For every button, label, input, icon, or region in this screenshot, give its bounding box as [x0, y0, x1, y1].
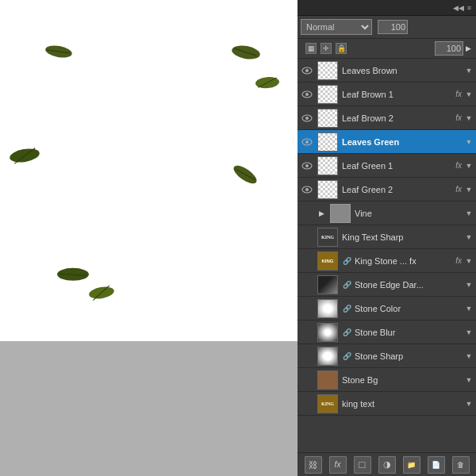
panel-title-icons: ◀◀ ≡	[453, 4, 471, 12]
group-expand-icon-7[interactable]: ▶	[315, 207, 328, 220]
eye-icon-10[interactable]	[299, 277, 315, 293]
eye-icon-11[interactable]	[299, 301, 315, 317]
layer-dropdown-icon-9[interactable]: ▼	[463, 255, 474, 267]
layer-thumb-1	[317, 61, 338, 80]
layer-item-6[interactable]: Leaf Green 2fx▼	[298, 178, 476, 202]
layer-name-15: king text	[340, 399, 463, 409]
lock-pixels-button[interactable]: ▦	[305, 43, 317, 54]
lock-all-button[interactable]: 🔒	[336, 43, 347, 54]
layer-name-13: Stone Sharp	[353, 351, 463, 361]
eye-icon-1[interactable]	[299, 63, 315, 79]
lock-position-button[interactable]: ✛	[321, 43, 332, 54]
fill-input[interactable]	[435, 41, 463, 56]
blend-mode-select[interactable]: Normal	[301, 19, 372, 35]
layer-name-12: Stone Blur	[353, 328, 463, 337]
folder-button[interactable]: 📁	[403, 456, 420, 474]
link-icon-10: 🔗	[340, 278, 353, 291]
layer-name-9: King Stone ... fx	[353, 256, 455, 266]
layer-dropdown-icon-13[interactable]: ▼	[463, 351, 474, 362]
link-icon-12: 🔗	[340, 326, 353, 339]
panel-title-bar: ◀◀ ≡	[298, 0, 476, 16]
layer-name-14: Stone Bg	[340, 375, 463, 385]
layers-panel: ◀◀ ≡ Normal ▦ ✛ 🔒 ▶	[298, 0, 476, 476]
layer-dropdown-icon-15[interactable]: ▼	[463, 398, 474, 409]
layer-name-2: Leaf Brown 1	[340, 90, 455, 99]
layer-name-8: King Text Sharp	[340, 232, 463, 242]
eye-icon-5[interactable]	[299, 158, 315, 174]
layer-thumb-9: KING	[317, 251, 338, 271]
layer-item-11[interactable]: 🔗Stone Color▼	[298, 297, 476, 321]
layer-thumb-10	[317, 275, 338, 294]
layer-dropdown-icon-11[interactable]: ▼	[463, 303, 474, 314]
layer-item-10[interactable]: 🔗Stone Edge Dar...▼	[298, 273, 476, 297]
layer-list[interactable]: Leaves Brown▼Leaf Brown 1fx▼Leaf Brown 2…	[298, 59, 476, 452]
fill-arrow-icon[interactable]: ▶	[466, 44, 471, 52]
eye-icon-9[interactable]	[299, 253, 315, 269]
fx-badge-9: fx	[455, 256, 462, 265]
fx-button[interactable]: fx	[329, 456, 347, 474]
layer-thumb-5	[317, 156, 338, 175]
layer-name-6: Leaf Green 2	[340, 185, 455, 194]
eye-icon-3[interactable]	[299, 110, 315, 126]
layer-dropdown-icon-4[interactable]: ▼	[463, 136, 474, 148]
layer-item-1[interactable]: Leaves Brown▼	[298, 59, 476, 83]
layer-item-5[interactable]: Leaf Green 1fx▼	[298, 154, 476, 178]
new-layer-button[interactable]: 📄	[428, 456, 445, 474]
layer-item-7[interactable]: ▶Vine▼	[298, 202, 476, 225]
svg-point-17	[305, 93, 309, 96]
lock-row: ▦ ✛ 🔒 ▶	[298, 39, 476, 59]
eye-icon-4[interactable]	[299, 134, 315, 150]
fill-section: ▶	[432, 41, 471, 56]
layer-item-4[interactable]: Leaves Green▼	[298, 130, 476, 154]
layer-thumb-12	[317, 323, 338, 342]
layer-dropdown-icon-10[interactable]: ▼	[463, 279, 474, 290]
layer-item-3[interactable]: Leaf Brown 2fx▼	[298, 106, 476, 130]
layer-item-13[interactable]: 🔗Stone Sharp▼	[298, 344, 476, 368]
canvas-area	[0, 0, 298, 476]
layer-dropdown-icon-3[interactable]: ▼	[463, 113, 474, 124]
layer-dropdown-icon-12[interactable]: ▼	[463, 327, 474, 338]
collapse-icon[interactable]: ◀◀	[453, 4, 464, 12]
layer-dropdown-icon-1[interactable]: ▼	[463, 65, 474, 76]
eye-icon-6[interactable]	[299, 182, 315, 198]
panel-bottom: ⛓ fx □ ◑ 📁 📄 🗑	[298, 452, 476, 476]
layer-thumb-6	[317, 180, 338, 199]
layer-thumb-3	[317, 109, 338, 128]
canvas-gray	[0, 341, 298, 476]
layer-dropdown-icon-7[interactable]: ▼	[463, 208, 474, 219]
layer-name-11: Stone Color	[353, 304, 463, 313]
layer-thumb-2	[317, 85, 338, 104]
layer-item-12[interactable]: 🔗Stone Blur▼	[298, 321, 476, 344]
layer-dropdown-icon-2[interactable]: ▼	[463, 89, 474, 100]
eye-icon-13[interactable]	[299, 348, 315, 364]
layer-item-9[interactable]: KING🔗King Stone ... fxfx▼	[298, 249, 476, 273]
panel-menu-icon[interactable]: ≡	[467, 4, 471, 12]
layer-dropdown-icon-14[interactable]: ▼	[463, 374, 474, 386]
layer-item-15[interactable]: KINGking text▼	[298, 392, 476, 416]
layer-dropdown-icon-5[interactable]: ▼	[463, 160, 474, 171]
eye-icon-14[interactable]	[299, 372, 315, 388]
layer-thumb-8: KING	[317, 228, 338, 247]
layer-name-10: Stone Edge Dar...	[353, 280, 463, 290]
delete-button[interactable]: 🗑	[452, 456, 470, 474]
adjustment-button[interactable]: ◑	[378, 456, 396, 474]
layer-item-8[interactable]: KINGKing Text Sharp▼	[298, 225, 476, 249]
eye-icon-2[interactable]	[299, 86, 315, 102]
blend-row: Normal	[298, 16, 476, 39]
layer-item-14[interactable]: Stone Bg▼	[298, 368, 476, 392]
link-icon-11: 🔗	[340, 302, 353, 315]
layer-name-1: Leaves Brown	[340, 66, 463, 75]
opacity-input[interactable]	[378, 20, 408, 34]
eye-icon-8[interactable]	[299, 229, 315, 245]
layer-dropdown-icon-6[interactable]: ▼	[463, 184, 474, 195]
layer-dropdown-icon-8[interactable]: ▼	[463, 232, 474, 243]
link-chain-button[interactable]: ⛓	[305, 456, 322, 474]
mask-button[interactable]: □	[354, 456, 371, 474]
layer-name-3: Leaf Brown 2	[340, 113, 455, 123]
fx-badge-6: fx	[455, 185, 462, 194]
eye-icon-7[interactable]	[299, 205, 315, 221]
eye-icon-12[interactable]	[299, 324, 315, 340]
layer-name-7: Vine	[353, 209, 463, 218]
eye-icon-15[interactable]	[299, 396, 315, 412]
layer-item-2[interactable]: Leaf Brown 1fx▼	[298, 83, 476, 106]
